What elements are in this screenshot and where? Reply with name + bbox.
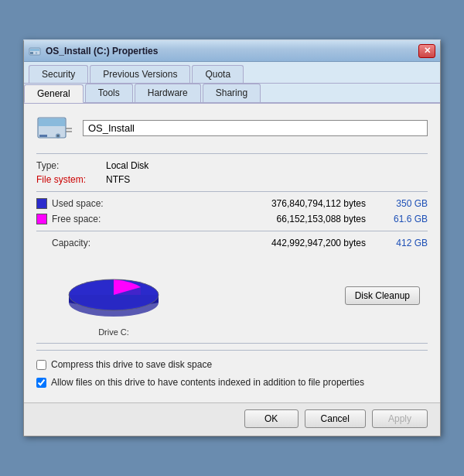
drive-icon [36,113,73,144]
used-space-bytes: 376,840,794,112 bytes [114,198,381,209]
free-space-row: Free space: 66,152,153,088 bytes 61.6 GB [36,214,428,224]
capacity-gb: 412 GB [381,238,428,248]
title-bar: OS_Install (C:) Properties ✕ [24,41,440,62]
type-row: Type: Local Disk [36,160,428,171]
pie-drive-label: Drive C: [98,327,129,337]
capacity-row: Capacity: 442,992,947,200 bytes 412 GB [36,238,428,248]
separator-2 [36,191,428,192]
index-checkbox-row: Allow files on this drive to have conten… [36,376,428,389]
cancel-button[interactable]: Cancel [305,409,366,428]
capacity-label: Capacity: [52,238,114,248]
compress-checkbox-row: Compress this drive to save disk space [36,358,428,372]
tab-row-2: General Tools Hardware Sharing [24,84,440,104]
tab-sharing[interactable]: Sharing [203,84,261,102]
svg-point-3 [36,52,37,53]
pie-area: Drive C: Disk Cleanup [36,255,428,337]
free-space-bytes: 66,152,153,088 bytes [114,214,381,224]
compress-checkbox[interactable] [36,360,46,370]
capacity-bytes: 442,992,947,200 bytes [114,238,381,248]
separator-1 [36,153,428,154]
tab-security[interactable]: Security [29,65,88,83]
used-space-label: Used space: [52,198,114,209]
separator-3 [36,231,428,231]
tab-previous-versions[interactable]: Previous Versions [90,65,190,83]
tab-tools[interactable]: Tools [85,84,133,102]
drive-header [36,113,428,144]
free-space-color [36,214,47,224]
disk-cleanup-button[interactable]: Disk Cleanup [345,286,420,305]
checkbox-section: Compress this drive to save disk space A… [36,350,428,389]
close-button[interactable]: ✕ [418,44,435,58]
used-space-row: Used space: 376,840,794,112 bytes 350 GB [36,198,428,209]
fs-label: File system: [36,174,106,185]
type-value: Local Disk [106,160,148,171]
footer: OK Cancel Apply [24,402,440,436]
general-tab-content: Type: Local Disk File system: NTFS Used … [24,104,440,403]
drive-title-icon [29,45,41,57]
used-space-gb: 350 GB [381,198,428,209]
svg-point-8 [57,135,59,136]
type-label: Type: [36,160,106,171]
free-space-label: Free space: [52,214,114,224]
tab-quota[interactable]: Quota [192,65,244,83]
compress-label: Compress this drive to save disk space [51,358,212,372]
fs-value: NTFS [106,174,130,185]
apply-button[interactable]: Apply [372,409,428,428]
properties-window: OS_Install (C:) Properties ✕ Security Pr… [23,39,441,437]
used-space-color [36,198,47,209]
index-checkbox[interactable] [36,378,46,388]
tab-row-1: Security Previous Versions Quota [24,62,440,84]
pie-chart [60,255,168,324]
svg-rect-1 [30,49,39,51]
drive-name-input[interactable] [83,120,428,136]
tab-general[interactable]: General [24,84,84,103]
svg-rect-5 [39,118,65,126]
fs-row: File system: NTFS [36,174,428,185]
separator-4 [36,343,428,344]
svg-rect-2 [30,52,33,54]
ok-button[interactable]: OK [244,409,299,428]
tab-hardware[interactable]: Hardware [135,84,201,102]
title-bar-left: OS_Install (C:) Properties [29,45,158,57]
svg-rect-6 [39,135,47,137]
index-label: Allow files on this drive to have conten… [51,376,364,389]
pie-container: Drive C: [60,255,168,337]
free-space-gb: 61.6 GB [381,214,428,224]
window-title: OS_Install (C:) Properties [46,46,158,57]
